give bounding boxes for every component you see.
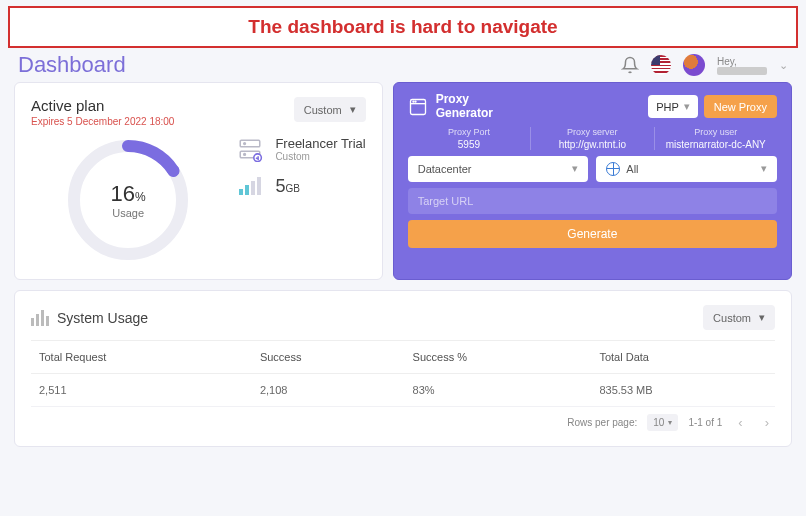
target-url-input[interactable] bbox=[408, 188, 777, 214]
proxy-stats: Proxy Port5959 Proxy serverhttp://gw.ntn… bbox=[408, 127, 777, 150]
system-head: System Usage Custom▾ bbox=[31, 305, 775, 330]
signal-icon bbox=[237, 177, 263, 197]
svg-rect-17 bbox=[36, 314, 39, 326]
port-label: Proxy Port bbox=[412, 127, 526, 137]
chevron-down-icon: ▾ bbox=[350, 103, 356, 116]
server-icon bbox=[237, 136, 263, 162]
svg-rect-10 bbox=[251, 181, 255, 195]
next-page-button[interactable]: › bbox=[759, 413, 775, 432]
plan-left: Active plan Expires 5 December 2022 18:0… bbox=[31, 97, 225, 265]
cards-row: Active plan Expires 5 December 2022 18:0… bbox=[0, 82, 806, 280]
col-success: Success bbox=[252, 341, 405, 374]
rows-per-page-label: Rows per page: bbox=[567, 417, 637, 428]
tier-sub: Custom bbox=[275, 151, 365, 162]
cell-total-data: 835.53 MB bbox=[591, 374, 775, 407]
chevron-down-icon: ▾ bbox=[684, 100, 690, 113]
rpp-value: 10 bbox=[653, 417, 664, 428]
chevron-down-icon: ▾ bbox=[759, 311, 765, 324]
avatar[interactable] bbox=[683, 54, 705, 76]
prev-page-button[interactable]: ‹ bbox=[732, 413, 748, 432]
rows-per-page-select[interactable]: 10▾ bbox=[647, 414, 678, 431]
svg-point-6 bbox=[244, 154, 246, 156]
svg-rect-16 bbox=[31, 318, 34, 326]
proxy-title-l2: Generator bbox=[436, 107, 493, 121]
system-usage-card: System Usage Custom▾ Total Request Succe… bbox=[14, 290, 792, 447]
proxy-region-label: All bbox=[626, 163, 638, 175]
server-value: http://gw.ntnt.io bbox=[535, 139, 649, 150]
page-title: Dashboard bbox=[18, 52, 126, 78]
usage-percent: 16 bbox=[111, 181, 135, 206]
globe-icon bbox=[606, 162, 620, 176]
proxy-lang-dropdown[interactable]: PHP▾ bbox=[648, 95, 698, 118]
svg-point-5 bbox=[244, 143, 246, 145]
col-total-data: Total Data bbox=[591, 341, 775, 374]
proxy-title-l1: Proxy bbox=[436, 93, 493, 107]
locale-flag-icon[interactable] bbox=[651, 55, 671, 75]
greeting-label: Hey, bbox=[717, 56, 767, 67]
chevron-down-icon: ▾ bbox=[761, 162, 767, 175]
plan-dropdown-label: Custom bbox=[304, 104, 342, 116]
page-info: 1-1 of 1 bbox=[688, 417, 722, 428]
system-title-label: System Usage bbox=[57, 310, 148, 326]
plan-data-row: 5GB bbox=[237, 176, 365, 197]
pager: Rows per page: 10▾ 1-1 of 1 ‹ › bbox=[31, 406, 775, 432]
plan-dropdown[interactable]: Custom ▾ bbox=[294, 97, 366, 122]
col-success-pct: Success % bbox=[405, 341, 592, 374]
system-dropdown-label: Custom bbox=[713, 312, 751, 324]
col-total-request: Total Request bbox=[31, 341, 252, 374]
user-menu-chevron-icon[interactable]: ⌄ bbox=[779, 59, 788, 72]
svg-rect-18 bbox=[41, 310, 44, 326]
system-title: System Usage bbox=[31, 310, 148, 326]
plan-tier-row: Freelancer Trial Custom bbox=[237, 136, 365, 162]
active-plan-card: Active plan Expires 5 December 2022 18:0… bbox=[14, 82, 383, 280]
tier-name: Freelancer Trial bbox=[275, 136, 365, 151]
generate-button[interactable]: Generate bbox=[408, 220, 777, 248]
new-proxy-button[interactable]: New Proxy bbox=[704, 95, 777, 118]
proxy-title: ProxyGenerator bbox=[408, 93, 493, 121]
system-table: Total Request Success Success % Total Da… bbox=[31, 340, 775, 406]
proxy-head: ProxyGenerator PHP▾ New Proxy bbox=[408, 93, 777, 121]
proxy-generator-card: ProxyGenerator PHP▾ New Proxy Proxy Port… bbox=[393, 82, 792, 280]
svg-point-14 bbox=[413, 101, 414, 102]
proxy-type-select[interactable]: Datacenter▾ bbox=[408, 156, 589, 182]
user-label: Proxy user bbox=[659, 127, 773, 137]
usage-gauge: 16% Usage bbox=[63, 135, 193, 265]
username-redacted bbox=[717, 67, 767, 75]
chart-icon bbox=[31, 310, 49, 326]
data-unit: GB bbox=[285, 183, 299, 194]
proxy-icon bbox=[408, 97, 428, 117]
svg-point-15 bbox=[415, 101, 416, 102]
gauge-center: 16% Usage bbox=[63, 135, 193, 265]
bell-icon[interactable] bbox=[621, 56, 639, 74]
cell-success-pct: 83% bbox=[405, 374, 592, 407]
svg-rect-9 bbox=[245, 185, 249, 195]
proxy-type-label: Datacenter bbox=[418, 163, 472, 175]
chevron-down-icon: ▾ bbox=[572, 162, 578, 175]
port-value: 5959 bbox=[412, 139, 526, 150]
proxy-region-select[interactable]: All▾ bbox=[596, 156, 777, 182]
topbar: Dashboard Hey, ⌄ bbox=[0, 52, 806, 82]
greeting: Hey, bbox=[717, 56, 767, 75]
plan-right: Custom ▾ Freelancer Trial Custom 5GB bbox=[237, 97, 365, 265]
topbar-right: Hey, ⌄ bbox=[621, 54, 788, 76]
server-label: Proxy server bbox=[535, 127, 649, 137]
table-row: 2,511 2,108 83% 835.53 MB bbox=[31, 374, 775, 407]
svg-rect-19 bbox=[46, 316, 49, 326]
svg-rect-11 bbox=[257, 177, 261, 195]
proxy-lang-label: PHP bbox=[656, 101, 679, 113]
plan-expiry: Expires 5 December 2022 18:00 bbox=[31, 116, 225, 127]
user-value: misternarrator-dc-ANY bbox=[659, 139, 773, 150]
chevron-down-icon: ▾ bbox=[668, 418, 672, 427]
annotation-banner: The dashboard is hard to navigate bbox=[8, 6, 798, 48]
cell-success: 2,108 bbox=[252, 374, 405, 407]
svg-rect-8 bbox=[239, 189, 243, 195]
system-dropdown[interactable]: Custom▾ bbox=[703, 305, 775, 330]
percent-sign: % bbox=[135, 190, 146, 204]
cell-total-request: 2,511 bbox=[31, 374, 252, 407]
plan-title: Active plan bbox=[31, 97, 225, 114]
usage-label: Usage bbox=[112, 207, 144, 219]
data-amount: 5 bbox=[275, 176, 285, 196]
